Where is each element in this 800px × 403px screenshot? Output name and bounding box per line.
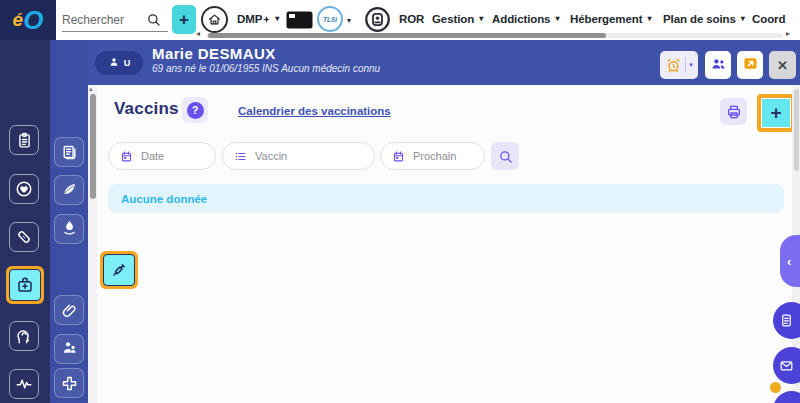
vaccine-filter-input[interactable]	[255, 150, 374, 162]
calendar-icon	[392, 150, 405, 163]
document-icon	[779, 313, 794, 328]
head-brain-icon	[15, 327, 33, 345]
menu-dmp[interactable]: DMP ▾	[237, 13, 279, 25]
patient-badge: U	[124, 58, 131, 68]
sidebar-item-treatments[interactable]	[9, 222, 39, 252]
tlsi-logo: TLSi	[323, 16, 337, 23]
menu-coord[interactable]: Coord	[752, 13, 785, 25]
home-button[interactable]	[201, 6, 228, 33]
global-search	[62, 8, 168, 32]
reminder-button[interactable]: ▾	[660, 51, 698, 79]
scroll-up-arrow[interactable]: ▴	[89, 85, 93, 93]
print-button[interactable]	[720, 98, 747, 125]
chevron-left-icon: ‹	[787, 254, 791, 269]
menu-hebergement[interactable]: Hébergement ▾	[570, 13, 651, 25]
search-icon[interactable]	[146, 12, 161, 27]
scroll-right-arrow[interactable]: ▸	[786, 29, 790, 38]
patient-details: 69 ans né le 01/06/1955 INS Aucun médeci…	[152, 63, 380, 74]
patient-name: Marie DESMAUX	[152, 45, 276, 62]
family-icon	[61, 339, 78, 360]
page-title: Vaccins	[114, 99, 179, 119]
vaccination-calendar-link[interactable]: Calendrier des vaccinations	[238, 105, 391, 117]
calendar-icon	[120, 150, 133, 163]
patient-banner: U Marie DESMAUX 69 ans né le 01/06/1955 …	[56, 38, 800, 85]
sidebar-item-medical-kit-active[interactable]	[6, 266, 44, 304]
topbar-scrollbar-thumb[interactable]	[208, 33, 606, 38]
caret-down-icon: ▾	[689, 59, 693, 71]
ror-icon[interactable]	[364, 6, 391, 33]
filter-search-button[interactable]	[491, 142, 519, 170]
bandage-icon	[15, 228, 33, 246]
caret-down-icon: ▾	[479, 13, 483, 25]
scroll-left-arrow[interactable]: ◂	[196, 29, 200, 38]
caret-down-icon: ▾	[275, 13, 279, 25]
tlsi-button[interactable]: TLSi	[317, 6, 343, 32]
vaccines-panel: ▴ Vaccins ? Calendrier des vaccinations …	[88, 85, 800, 403]
tlsi-caret-icon[interactable]: ▾	[347, 15, 351, 27]
content-scrollbar-thumb[interactable]	[90, 94, 96, 199]
add-vaccine-button-highlighted[interactable]: +	[757, 94, 795, 132]
journal-icon	[61, 144, 78, 161]
sidebar-item-addictions[interactable]	[54, 214, 84, 244]
topbar: éO + DMP ▾ TLSi ▾	[0, 0, 800, 40]
sidebar-item-messages[interactable]	[9, 174, 39, 204]
plus-icon: +	[179, 10, 189, 30]
home-icon	[207, 12, 222, 27]
group-icon	[710, 55, 727, 76]
caret-down-icon: ▾	[555, 13, 559, 25]
search-input[interactable]	[62, 13, 146, 27]
filter-date[interactable]	[108, 142, 216, 170]
clipboard-icon	[16, 132, 33, 149]
primary-sidebar	[0, 40, 50, 403]
patient-type-pill[interactable]: U	[95, 51, 143, 75]
plus-icon: +	[761, 98, 791, 128]
app-logo[interactable]: éO	[0, 0, 56, 40]
medical-bag-icon	[9, 269, 41, 301]
menu-ror[interactable]: ROR	[399, 13, 424, 25]
logo-text: é	[13, 9, 24, 31]
vitale-card-button[interactable]	[286, 11, 313, 33]
search-icon	[498, 149, 513, 164]
menu-gestion[interactable]: Gestion ▾	[432, 13, 483, 25]
heart-circle-icon	[15, 180, 33, 198]
heartbeat-icon	[15, 375, 33, 393]
help-button[interactable]: ?	[182, 97, 208, 123]
next-filter-input[interactable]	[413, 150, 484, 162]
notification-badge	[770, 382, 781, 393]
sidebar-item-medical-cross[interactable]	[54, 368, 84, 398]
menu-addictions[interactable]: Addictions ▾	[492, 13, 559, 25]
paperclip-icon	[61, 302, 78, 319]
sidebar-item-attachments[interactable]	[54, 295, 84, 325]
sidebar-item-leaf[interactable]	[54, 175, 84, 205]
divider	[685, 57, 686, 73]
app-window: éO + DMP ▾ TLSi ▾	[0, 0, 800, 403]
alarm-clock-icon	[665, 57, 682, 74]
sidebar-item-journal[interactable]	[54, 137, 84, 167]
sidebar-item-family[interactable]	[54, 334, 84, 364]
cross-icon	[61, 375, 78, 392]
page-scrollbar-thumb[interactable]	[794, 89, 799, 171]
filter-vaccine[interactable]	[222, 142, 375, 170]
sidebar-item-vitals[interactable]	[9, 369, 39, 399]
flame-icon	[61, 219, 78, 240]
sidebar-item-notes[interactable]	[9, 125, 39, 155]
date-filter-input[interactable]	[141, 150, 215, 162]
caret-down-icon: ▾	[647, 13, 651, 25]
side-panel-toggle[interactable]: ‹	[780, 235, 800, 287]
new-item-button[interactable]: +	[172, 5, 196, 34]
close-patient-button[interactable]: ✕	[769, 51, 796, 79]
empty-state-message: Aucune donnée	[108, 184, 784, 213]
syringe-icon	[103, 254, 135, 286]
leaf-icon	[61, 180, 78, 201]
card-exchange-button[interactable]	[737, 51, 763, 79]
menu-plan-de-soins[interactable]: Plan de soins ▾	[663, 13, 745, 25]
envelope-icon	[779, 358, 794, 373]
question-mark-icon: ?	[187, 102, 204, 119]
list-icon	[234, 150, 247, 163]
sidebar-item-psychology[interactable]	[9, 321, 39, 351]
sidebar-item-vaccines-active[interactable]	[100, 251, 138, 289]
close-icon: ✕	[777, 58, 788, 73]
care-team-button[interactable]	[705, 51, 731, 79]
filter-next-date[interactable]	[380, 142, 485, 170]
person-icon	[108, 54, 120, 72]
